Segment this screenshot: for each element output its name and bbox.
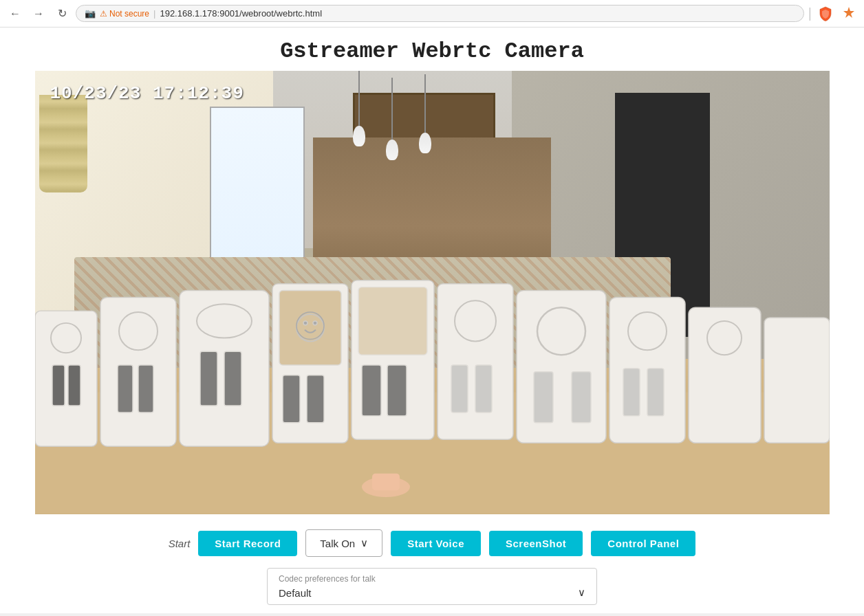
curtain [39,95,87,192]
svg-rect-28 [475,365,492,412]
svg-rect-39 [764,318,830,443]
svg-rect-12 [224,352,241,406]
codec-default-value: Default [279,587,312,599]
svg-rect-3 [52,365,65,406]
notification-icon[interactable] [839,4,858,23]
separator-line: | [808,6,812,21]
svg-rect-22 [358,287,427,355]
codec-arrow-icon: ∨ [578,586,585,599]
address-bar[interactable]: 📷 Not secure | 192.168.1.178:9001/webroo… [76,5,804,22]
screenshot-button[interactable]: ScreenShot [489,531,583,556]
codec-dropdown[interactable]: Codec preferences for talk Default ∨ [267,568,597,605]
svg-rect-31 [534,372,553,423]
controls-area: Start Start Record Talk On ∨ Start Voice… [155,514,710,564]
svg-rect-36 [647,368,664,416]
svg-rect-24 [387,365,407,416]
talk-on-button[interactable]: Talk On ∨ [305,529,382,557]
controls-wrapper: Start Start Record Talk On ∨ Start Voice… [0,514,864,612]
svg-rect-15 [283,375,300,423]
reload-button[interactable]: ↻ [52,4,72,23]
svg-rect-37 [689,307,761,443]
start-voice-button[interactable]: Start Voice [391,531,481,556]
brave-shield-icon[interactable] [816,4,835,23]
lamp-3 [419,74,431,160]
back-button[interactable]: ← [6,4,25,23]
talk-on-label: Talk On [320,538,355,549]
page-content: Gstreamer Webrtc Camera [0,28,864,613]
svg-rect-11 [200,352,217,406]
svg-rect-23 [362,365,381,416]
security-warning: Not secure [100,9,149,19]
warning-text: Not secure [109,9,149,19]
window [210,107,305,262]
start-record-button[interactable]: Start Record [198,531,297,556]
room-scene [35,71,830,514]
svg-rect-8 [138,365,153,412]
svg-rect-32 [572,372,591,423]
svg-rect-14 [279,291,341,365]
svg-point-20 [313,321,317,325]
svg-rect-27 [451,365,468,412]
camera-view: 10/23/23 17:12:39 [35,71,830,514]
svg-rect-7 [118,365,133,412]
timestamp-overlay: 10/23/23 17:12:39 [50,83,244,104]
url-separator: | [153,8,155,19]
codec-label: Codec preferences for talk [279,574,585,584]
control-panel-button[interactable]: Control Panel [591,531,695,556]
svg-rect-35 [623,368,640,416]
url-text: 192.168.1.178:9001/webroot/webrtc.html [160,8,322,19]
codec-section: Codec preferences for talk Default ∨ [267,564,597,612]
favicon-icon: 📷 [85,8,96,19]
browser-nav-bar: ← → ↻ 📷 Not secure | 192.168.1.178:9001/… [0,0,864,28]
svg-rect-25 [438,284,513,440]
svg-rect-4 [68,365,80,406]
talk-on-arrow-icon: ∨ [360,537,368,549]
svg-rect-41 [372,474,400,491]
codec-value-row[interactable]: Default ∨ [279,586,585,599]
playpen-fence [35,270,830,514]
start-label: Start [169,538,191,549]
svg-rect-16 [307,375,324,423]
hanging-lamps [353,71,431,160]
svg-point-19 [303,321,307,325]
lamp-2 [386,78,398,160]
page-title: Gstreamer Webrtc Camera [0,28,864,71]
browser-icons: | [808,4,858,23]
forward-button[interactable]: → [29,4,48,23]
lamp-1 [353,71,365,160]
video-container: 10/23/23 17:12:39 [35,71,830,514]
svg-rect-29 [517,291,606,443]
svg-rect-1 [35,311,97,446]
